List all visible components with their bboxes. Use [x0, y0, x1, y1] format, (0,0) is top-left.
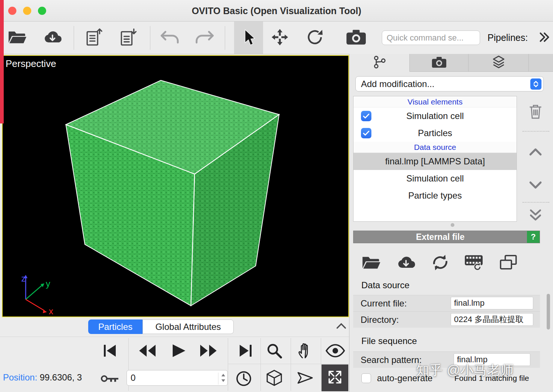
select-tool-button[interactable]: [234, 22, 263, 54]
open-file-button[interactable]: [7, 22, 28, 54]
frame-input[interactable]: [127, 370, 215, 385]
rotate-icon: [306, 28, 324, 48]
axis-x-label: x: [49, 306, 53, 314]
scroll-indicator: [451, 223, 454, 227]
list-item-simulation-cell-source[interactable]: Simulation cell: [354, 170, 517, 187]
collapse-panel-button[interactable]: [336, 322, 347, 331]
panel-scrollbar[interactable]: [547, 294, 550, 330]
list-item-label: final.lmp [LAMMPS Data]: [385, 156, 485, 167]
undo-button[interactable]: [159, 22, 182, 54]
help-button[interactable]: ?: [527, 231, 540, 243]
divider: [522, 202, 549, 203]
pan-tool-button[interactable]: [294, 340, 316, 362]
toolbar-separator: [225, 26, 225, 50]
watermark: 知乎 @小马老师: [416, 362, 514, 379]
divider: [522, 131, 549, 132]
current-file-label: Current file:: [361, 298, 407, 309]
checkbox-checked-icon[interactable]: [361, 111, 371, 121]
rotate-tool-button[interactable]: [302, 22, 327, 54]
tab-render[interactable]: [410, 54, 469, 72]
auto-generate-checkbox[interactable]: [361, 373, 371, 383]
pipeline-list: Visual elements Simulation cell Particle…: [353, 96, 517, 222]
divider: [0, 337, 349, 337]
tab-particles[interactable]: Particles: [88, 319, 143, 334]
viewport-menu-button[interactable]: Perspective: [6, 58, 56, 70]
update-frames-button[interactable]: [463, 252, 485, 273]
animation-time-button[interactable]: [233, 367, 255, 390]
file-sequence-section-label: File sequence: [361, 336, 417, 346]
spinner-arrows-icon[interactable]: [218, 373, 226, 385]
pipelines-label: Pipelines:: [488, 22, 528, 54]
redo-button[interactable]: [193, 22, 216, 54]
checkbox-checked-icon[interactable]: [361, 128, 371, 138]
current-file-field[interactable]: [451, 297, 533, 309]
pick-remote-file-button[interactable]: [395, 252, 417, 273]
axis-y-label: y: [46, 279, 50, 289]
toolbar-separator: [150, 26, 150, 50]
panel-tabs: [349, 54, 553, 72]
move-icon: [271, 28, 289, 48]
background-strip: [0, 0, 4, 123]
pipelines-overflow-button[interactable]: [536, 22, 553, 54]
divider: [291, 338, 291, 391]
reload-file-button[interactable]: [429, 252, 451, 273]
maximize-viewport-button[interactable]: [322, 364, 348, 391]
list-item-label: Simulation cell: [406, 173, 464, 184]
move-tool-button[interactable]: [267, 22, 293, 54]
status-position: Position: 99.6306, 3: [3, 372, 82, 383]
layers-icon: [492, 55, 506, 71]
duplicate-pipeline-button[interactable]: [497, 252, 520, 273]
double-chevron-right-icon: [538, 32, 550, 44]
add-modification-dropdown[interactable]: Add modification...: [355, 76, 544, 91]
fly-mode-button[interactable]: [294, 367, 316, 389]
folder-open-icon: [8, 29, 27, 47]
animation-settings-button[interactable]: [99, 367, 121, 390]
tab-global-attributes[interactable]: Global Attributes: [143, 319, 234, 334]
visual-elements-header: Visual elements: [354, 96, 517, 107]
zoom-tool-button[interactable]: [263, 340, 285, 362]
file-export-icon: [85, 28, 103, 48]
cloud-download-icon: [43, 29, 62, 47]
render-snapshot-button[interactable]: [344, 22, 368, 54]
title-bar: OVITO Basic (Open Visualization Tool): [0, 0, 553, 22]
list-item-lammps-file[interactable]: final.lmp [LAMMPS Data]: [354, 153, 517, 170]
delete-modifier-button[interactable]: [521, 103, 550, 120]
tab-overlays[interactable]: [469, 54, 529, 72]
list-item-particle-types[interactable]: Particle types: [354, 187, 517, 204]
play-button[interactable]: [167, 340, 190, 362]
previous-frame-button[interactable]: [136, 340, 158, 362]
cursor-icon: [242, 29, 255, 47]
orbit-view-button[interactable]: [324, 340, 346, 362]
add-modification-label: Add modification...: [361, 79, 434, 89]
jump-to-start-button[interactable]: [99, 340, 121, 362]
import-remote-file-button[interactable]: [42, 22, 63, 54]
next-frame-button[interactable]: [198, 340, 220, 362]
external-file-header: External file ?: [353, 231, 540, 243]
divider: [228, 338, 228, 391]
tab-pipeline[interactable]: [349, 54, 410, 72]
toggle-modifier-group-button[interactable]: [521, 208, 550, 222]
axis-z-label: z: [21, 273, 26, 283]
perspective-view-button[interactable]: [263, 367, 285, 389]
jump-to-end-button[interactable]: [234, 340, 257, 362]
command-panel: Add modification... Visual elements Simu…: [349, 54, 553, 392]
pick-local-file-button[interactable]: [360, 252, 383, 273]
list-item-particles[interactable]: Particles: [354, 125, 517, 142]
viewport-3d[interactable]: Perspective z y x: [2, 55, 349, 317]
directory-field[interactable]: [451, 313, 533, 326]
divider: [321, 338, 321, 391]
list-item-label: Simulation cell: [406, 111, 464, 121]
clone-pipeline-button[interactable]: [118, 22, 139, 54]
camera-icon: [432, 56, 447, 70]
frame-spinbox[interactable]: [127, 370, 228, 386]
quick-command-input[interactable]: [382, 30, 480, 45]
list-item-simulation-cell[interactable]: Simulation cell: [354, 107, 517, 125]
export-file-button[interactable]: [83, 22, 105, 54]
divider: [260, 338, 261, 391]
directory-label: Directory:: [361, 315, 399, 325]
pipeline-branch-icon: [373, 55, 387, 71]
move-modifier-down-button[interactable]: [521, 180, 550, 191]
position-label: Position:: [3, 372, 37, 382]
divider: [228, 364, 349, 364]
move-modifier-up-button[interactable]: [521, 146, 550, 157]
